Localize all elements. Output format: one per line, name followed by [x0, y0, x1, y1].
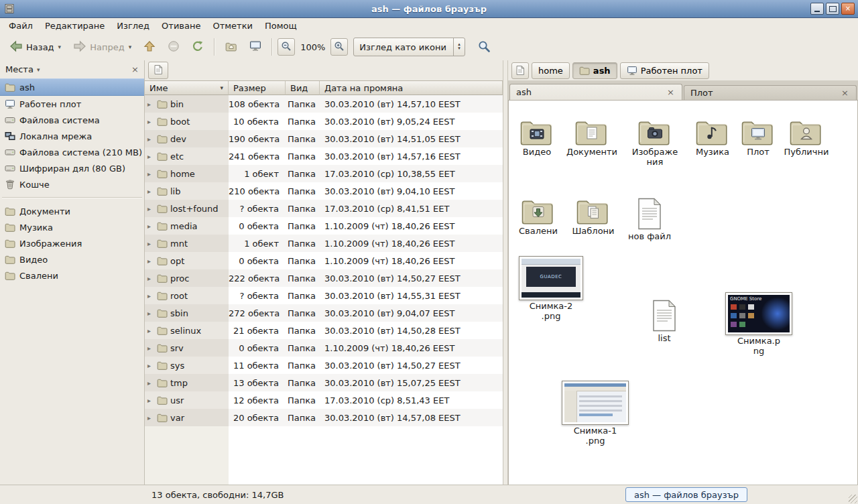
icon-item[interactable]: Изображения: [627, 118, 683, 168]
close-button[interactable]: ×: [841, 3, 855, 15]
expander-icon[interactable]: ▸: [147, 414, 154, 422]
table-row[interactable]: ▸mnt1 обектПапка1.10.2009 (чт) 18,40,26 …: [145, 235, 503, 252]
expander-icon[interactable]: ▸: [147, 344, 154, 352]
sidebar-close-icon[interactable]: ×: [131, 64, 139, 74]
expander-icon[interactable]: ▸: [147, 205, 154, 212]
resize-grip[interactable]: [849, 495, 857, 503]
expander-icon[interactable]: ▸: [147, 292, 154, 300]
stop-button[interactable]: [162, 36, 185, 58]
forward-button[interactable]: Напред ▾: [68, 36, 137, 58]
zoom-in-button[interactable]: [330, 38, 348, 56]
back-history-dropdown-icon[interactable]: ▾: [58, 44, 62, 50]
path-button[interactable]: ash: [572, 62, 617, 79]
table-row[interactable]: ▸root? обектаПапка30.03.2010 (вт) 14,55,…: [145, 287, 503, 304]
menu-item[interactable]: Файл: [3, 18, 39, 34]
expander-icon[interactable]: ▸: [147, 118, 154, 125]
back-button[interactable]: Назад ▾: [4, 36, 66, 58]
sidebar-item[interactable]: Файлова система: [0, 112, 144, 128]
icon-item[interactable]: GNOME StoreСнимка.png: [722, 292, 796, 357]
table-row[interactable]: ▸dev190 обектаПапка30.03.2010 (вт) 14,51…: [145, 130, 503, 147]
home-button[interactable]: [220, 36, 243, 58]
sidebar-item[interactable]: Локална мрежа: [0, 128, 144, 144]
table-row[interactable]: ▸bin108 обектаПапка30.03.2010 (вт) 14,57…: [145, 95, 503, 113]
sidebar-item[interactable]: Шифриран дял (80 GB): [0, 160, 144, 176]
expander-icon[interactable]: ▸: [147, 275, 154, 282]
icon-item[interactable]: Свалени: [510, 197, 566, 237]
expander-icon[interactable]: ▸: [147, 153, 154, 160]
icon-item[interactable]: нов файл: [621, 197, 678, 242]
table-row[interactable]: ▸opt0 обектаПапка1.10.2009 (чт) 18,40,26…: [145, 252, 503, 269]
icon-item[interactable]: Снимка-1.png: [558, 381, 632, 446]
expander-icon[interactable]: ▸: [147, 397, 154, 404]
tab-close-icon[interactable]: ×: [666, 88, 676, 97]
view-mode-spinner-icon[interactable]: ▴▾: [453, 38, 465, 56]
table-row[interactable]: ▸boot10 обектаПапка30.03.2010 (вт) 9,05,…: [145, 113, 503, 130]
expander-icon[interactable]: ▸: [147, 240, 154, 247]
expander-icon[interactable]: ▸: [147, 327, 154, 334]
table-row[interactable]: ▸srv0 обектаПапка1.10.2009 (чт) 18,40,26…: [145, 339, 503, 357]
sidebar-mode-dropdown-icon[interactable]: ▾: [37, 66, 40, 73]
window-list-button[interactable]: ash — файлов браузър: [625, 487, 747, 502]
maximize-button[interactable]: [826, 3, 839, 15]
path-root-button[interactable]: [511, 62, 529, 79]
expander-icon[interactable]: ▸: [147, 188, 154, 195]
table-row[interactable]: ▸sys11 обектаПапка30.03.2010 (вт) 14,50,…: [145, 357, 503, 374]
table-row[interactable]: ▸usr12 обектаПапка17.03.2010 (ср) 8,51,4…: [145, 391, 503, 409]
menu-item[interactable]: Отиване: [156, 18, 206, 34]
tab[interactable]: ash×: [509, 84, 682, 100]
sidebar-item[interactable]: Музика: [0, 219, 144, 235]
table-row[interactable]: ▸selinux21 обектаПапка30.03.2010 (вт) 14…: [145, 322, 503, 339]
table-row[interactable]: ▸etc241 обектаПапка30.03.2010 (вт) 14,57…: [145, 147, 503, 165]
table-row[interactable]: ▸lost+found? обектаПапка17.03.2010 (ср) …: [145, 200, 503, 217]
column-header[interactable]: Дата на промяна: [320, 81, 503, 95]
menu-item[interactable]: Отметки: [206, 18, 258, 34]
table-row[interactable]: ▸var20 обектаПапка30.03.2010 (вт) 14,57,…: [145, 409, 503, 426]
expander-icon[interactable]: ▸: [147, 379, 154, 387]
menu-item[interactable]: Изглед: [111, 18, 156, 34]
sidebar-item[interactable]: Видео: [0, 251, 144, 267]
search-button[interactable]: [472, 36, 496, 58]
icon-item[interactable]: GUADECСнимка-2.png: [514, 256, 588, 322]
tab-close-icon[interactable]: ×: [840, 88, 850, 97]
icon-grid[interactable]: ВидеоДокументиИзображенияМузикаПлотПубли…: [508, 101, 858, 485]
pane-divider[interactable]: [503, 60, 508, 485]
expander-icon[interactable]: ▸: [147, 135, 154, 143]
computer-button[interactable]: [244, 36, 267, 58]
table-row[interactable]: ▸tmp13 обектаПапка30.03.2010 (вт) 15,07,…: [145, 374, 503, 391]
reload-button[interactable]: [186, 36, 209, 58]
icon-item[interactable]: Шаблони: [565, 197, 621, 237]
table-row[interactable]: ▸lib210 обектаПапка30.03.2010 (вт) 9,04,…: [145, 182, 503, 200]
expander-icon[interactable]: ▸: [147, 223, 154, 230]
sidebar-item[interactable]: Кошче: [0, 176, 144, 192]
path-button[interactable]: home: [532, 62, 570, 79]
titlebar[interactable]: ash — файлов браузър ×: [0, 0, 858, 18]
icon-item[interactable]: Документи: [564, 118, 620, 158]
sidebar-item[interactable]: ash: [0, 78, 144, 96]
menu-item[interactable]: Помощ: [259, 18, 303, 34]
view-mode-select[interactable]: Изглед като икони ▴▾: [353, 38, 465, 56]
expander-icon[interactable]: ▸: [147, 310, 154, 317]
expander-icon[interactable]: ▸: [147, 362, 154, 369]
table-row[interactable]: ▸home1 обектПапка17.03.2010 (ср) 10,38,5…: [145, 165, 503, 182]
sidebar-item[interactable]: Документи: [0, 203, 144, 219]
column-header[interactable]: Име▾: [145, 81, 229, 95]
icon-item[interactable]: Публични: [778, 118, 835, 158]
sidebar-item[interactable]: Работен плот: [0, 96, 144, 112]
location-toggle-button[interactable]: [148, 62, 168, 79]
zoom-out-button[interactable]: [278, 38, 295, 56]
menu-item[interactable]: Редактиране: [39, 18, 111, 34]
minimize-button[interactable]: [810, 3, 824, 15]
icon-item[interactable]: list: [636, 299, 692, 344]
path-button[interactable]: Работен плот: [620, 62, 709, 79]
table-row[interactable]: ▸sbin272 обектаПапка30.03.2010 (вт) 9,04…: [145, 304, 503, 322]
icon-item[interactable]: Видео: [509, 118, 565, 158]
sidebar-item[interactable]: Свалени: [0, 267, 144, 284]
sidebar-item[interactable]: Файлова система (210 MB): [0, 144, 144, 160]
expander-icon[interactable]: ▸: [147, 101, 154, 108]
table-row[interactable]: ▸media0 обектаПапка1.10.2009 (чт) 18,40,…: [145, 217, 503, 235]
up-button[interactable]: [138, 36, 161, 58]
expander-icon[interactable]: ▸: [147, 170, 154, 178]
sidebar-item[interactable]: Изображения: [0, 235, 144, 251]
tab[interactable]: Плот×: [684, 85, 857, 100]
column-header[interactable]: Размер: [229, 81, 286, 95]
